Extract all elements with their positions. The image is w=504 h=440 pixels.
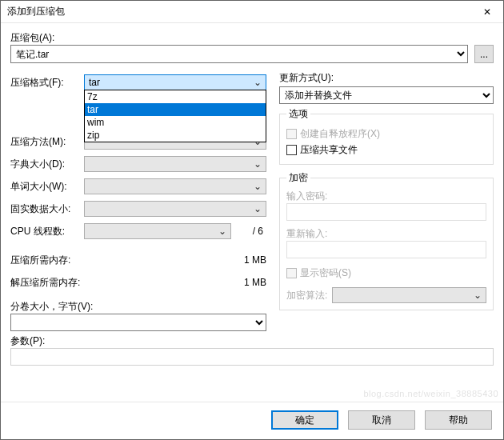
options-legend: 选项 <box>286 107 310 121</box>
chevron-down-icon: ⌄ <box>251 158 264 170</box>
word-combo[interactable]: ⌄ <box>84 178 266 194</box>
right-column: 更新方式(U): 添加并替换文件 选项 创建自释放程序(X) 压缩共享文件 <box>279 71 494 331</box>
archive-label: 压缩包(A): <box>10 31 494 45</box>
split-size-combo[interactable] <box>10 314 266 331</box>
split-label: 分卷大小，字节(V): <box>10 300 266 314</box>
dict-combo[interactable]: ⌄ <box>84 156 266 172</box>
mem-decomp-value: 1 MB <box>244 277 266 288</box>
left-column: 压缩格式(F): tar ⌄ 7z tar wim zip <box>10 71 266 331</box>
chevron-down-icon: ⌄ <box>251 203 264 214</box>
format-combo[interactable]: tar ⌄ <box>84 74 266 90</box>
password2-input <box>286 241 486 258</box>
ok-button[interactable]: 确定 <box>271 410 338 430</box>
chevron-down-icon: ⌄ <box>216 226 229 237</box>
encrypt-legend: 加密 <box>286 171 310 185</box>
alg-combo: ⌄ <box>332 287 486 303</box>
format-option-tar[interactable]: tar <box>85 103 266 116</box>
cancel-button[interactable]: 取消 <box>348 410 415 430</box>
sfx-checkbox <box>286 129 297 139</box>
dict-label: 字典大小(D): <box>10 158 84 171</box>
update-label: 更新方式(U): <box>279 71 494 85</box>
update-combo[interactable]: 添加并替换文件 <box>279 86 494 104</box>
alg-label: 加密算法: <box>286 289 327 302</box>
button-bar: 确定 取消 帮助 <box>1 402 503 439</box>
mem-comp-value: 1 MB <box>244 254 266 266</box>
mem-decomp-label: 解压缩所需内存: <box>10 276 244 290</box>
format-option-zip[interactable]: zip <box>85 129 266 142</box>
format-option-wim[interactable]: wim <box>85 116 266 129</box>
window-title: 添加到压缩包 <box>7 5 65 18</box>
browse-button[interactable]: ... <box>474 45 494 63</box>
password2-label: 重新输入: <box>286 227 486 241</box>
method-label: 压缩方法(M): <box>10 135 84 149</box>
sfx-label: 创建自释放程序(X) <box>300 127 380 141</box>
share-checkbox[interactable] <box>286 145 297 155</box>
ellipsis-icon: ... <box>480 49 488 60</box>
format-combo-value: tar <box>86 77 251 88</box>
dialog-content: 压缩包(A): 笔记.tar ... 压缩格式(F): tar ⌄ <box>1 23 503 402</box>
password-input <box>286 203 486 221</box>
encrypt-group: 加密 输入密码: 重新输入: 显示密码(S) 加密算法: ⌄ <box>279 171 494 310</box>
solid-combo[interactable]: ⌄ <box>84 201 266 217</box>
archive-path-combo[interactable]: 笔记.tar <box>10 45 468 63</box>
dialog-window: 添加到压缩包 ✕ 压缩包(A): 笔记.tar ... 压缩格式(F): tar… <box>0 0 504 440</box>
password-label: 输入密码: <box>286 190 486 203</box>
params-input[interactable] <box>10 348 494 366</box>
close-icon: ✕ <box>483 6 491 18</box>
chevron-down-icon: ⌄ <box>251 77 264 88</box>
threads-label: CPU 线程数: <box>10 225 84 238</box>
show-password-checkbox <box>286 268 297 278</box>
options-group: 选项 创建自释放程序(X) 压缩共享文件 <box>279 107 494 165</box>
title-bar: 添加到压缩包 ✕ <box>1 1 503 23</box>
threads-combo[interactable]: ⌄ <box>84 223 231 239</box>
threads-total: / 6 <box>234 226 266 237</box>
close-button[interactable]: ✕ <box>471 1 503 23</box>
chevron-down-icon: ⌄ <box>471 290 484 301</box>
chevron-down-icon: ⌄ <box>251 181 264 192</box>
watermark: blog.csdn.net/weixin_38885430 <box>363 389 498 398</box>
format-option-7z[interactable]: 7z <box>85 90 266 103</box>
solid-label: 固实数据大小: <box>10 202 84 216</box>
params-label: 参数(P): <box>10 334 494 348</box>
mem-comp-label: 压缩所需内存: <box>10 254 244 267</box>
format-dropdown: 7z tar wim zip <box>84 90 266 142</box>
show-password-label: 显示密码(S) <box>300 266 351 280</box>
help-button[interactable]: 帮助 <box>425 410 492 430</box>
share-label: 压缩共享文件 <box>300 143 358 157</box>
format-label: 压缩格式(F): <box>10 76 84 90</box>
word-label: 单词大小(W): <box>10 180 84 194</box>
